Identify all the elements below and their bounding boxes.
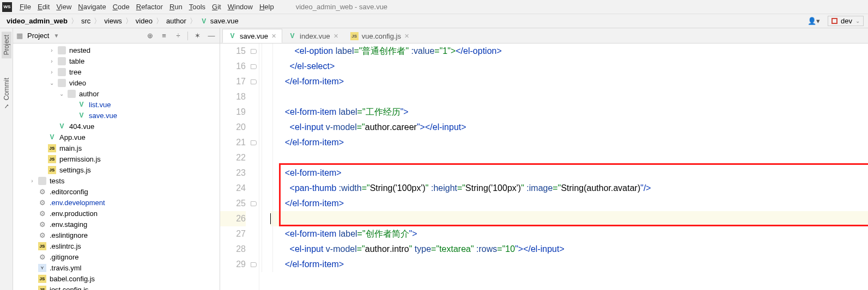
close-icon[interactable]: ✕ bbox=[271, 33, 276, 40]
js-icon: JS bbox=[48, 166, 56, 174]
line-number: 15 bbox=[220, 44, 246, 59]
js-icon: JS bbox=[38, 286, 46, 291]
tree-label: .eslintrc.js bbox=[50, 242, 81, 250]
line-number: 19 bbox=[220, 104, 246, 120]
tree-node[interactable]: ›nested bbox=[13, 45, 220, 55]
chevron-down-icon[interactable]: ▼ bbox=[53, 33, 59, 39]
tree-node[interactable]: ›tree bbox=[13, 66, 220, 77]
menu-bar: WS FileEditViewNavigateCodeRefactorRunTo… bbox=[0, 0, 868, 14]
run-config-label: dev bbox=[841, 17, 852, 25]
tree-node[interactable]: ›table bbox=[13, 55, 220, 66]
editor-tabs: Vsave.vue✕Vindex.vue✕JSvue.config.js✕ bbox=[220, 28, 868, 44]
tree-node[interactable]: JSbabel.config.js bbox=[13, 273, 220, 284]
breadcrumb-segment[interactable]: views bbox=[102, 17, 124, 25]
tree-label: babel.config.js bbox=[50, 275, 95, 283]
tree-node[interactable]: ⌄video bbox=[13, 77, 220, 88]
tree-node[interactable]: ⚙.env.development bbox=[13, 197, 220, 208]
breadcrumb-segment[interactable]: author bbox=[164, 17, 189, 25]
tree-label: author bbox=[79, 90, 99, 98]
line-number: 25 bbox=[220, 196, 246, 211]
js-icon: JS bbox=[350, 32, 359, 40]
tree-node[interactable]: ⚙.eslintignore bbox=[13, 230, 220, 240]
gear-icon: ⚙ bbox=[38, 231, 46, 239]
tree-label: tests bbox=[50, 177, 64, 185]
tree-node[interactable]: ⌄author bbox=[13, 88, 220, 99]
tree-node[interactable]: ›tests bbox=[13, 175, 220, 186]
menu-help[interactable]: Help bbox=[256, 2, 277, 12]
line-number: 17 bbox=[220, 74, 246, 89]
editor-tab[interactable]: Vsave.vue✕ bbox=[222, 29, 282, 43]
tree-node[interactable]: Vsave.vue bbox=[13, 110, 220, 121]
tree-node[interactable]: Y.travis.yml bbox=[13, 262, 220, 273]
gear-icon: ⚙ bbox=[38, 199, 46, 207]
tree-node[interactable]: JSmain.js bbox=[13, 143, 220, 153]
tree-node[interactable]: ⚙.editorconfig bbox=[13, 186, 220, 197]
folder-icon bbox=[58, 79, 66, 87]
text-caret bbox=[270, 213, 271, 224]
menu-navigate[interactable]: Navigate bbox=[75, 2, 109, 12]
project-panel-title[interactable]: Project bbox=[27, 32, 49, 40]
tab-label: index.vue bbox=[300, 32, 330, 40]
breadcrumb-segment[interactable]: Vsave.vue bbox=[198, 17, 241, 25]
tree-node[interactable]: ⚙.env.production bbox=[13, 208, 220, 219]
gear-icon: ⚙ bbox=[38, 220, 46, 229]
code-editor[interactable]: 151617181920212223242526272829 <el-optio… bbox=[220, 44, 868, 290]
stop-icon bbox=[831, 18, 837, 24]
side-tab-commit[interactable]: ✓ Commit bbox=[2, 75, 11, 113]
gear-icon: ⚙ bbox=[38, 188, 46, 196]
window-title: video_admin_web - save.vue bbox=[296, 3, 387, 11]
tree-node[interactable]: JSjest.config.js bbox=[13, 284, 220, 290]
tree-label: App.vue bbox=[59, 133, 86, 141]
folder-icon bbox=[58, 57, 66, 65]
menu-edit[interactable]: Edit bbox=[34, 2, 53, 12]
run-config-selector[interactable]: dev ⌄ bbox=[828, 16, 864, 26]
breadcrumb-segment[interactable]: src bbox=[79, 17, 93, 25]
menu-tools[interactable]: Tools bbox=[186, 2, 209, 12]
folder-icon bbox=[58, 68, 66, 76]
menu-file[interactable]: File bbox=[16, 2, 34, 12]
tree-node[interactable]: ⚙.env.staging bbox=[13, 219, 220, 230]
tree-label: list.vue bbox=[89, 101, 111, 109]
menu-code[interactable]: Code bbox=[110, 2, 133, 12]
tree-label: .travis.yml bbox=[50, 264, 82, 272]
tree-node[interactable]: JS.eslintrc.js bbox=[13, 240, 220, 251]
tree-node[interactable]: ⚙.gitignore bbox=[13, 251, 220, 262]
vue-icon: V bbox=[77, 101, 86, 109]
tree-node[interactable]: VApp.vue bbox=[13, 132, 220, 143]
tree-label: nested bbox=[69, 46, 90, 54]
project-tree[interactable]: ›nested›table›tree⌄video⌄authorVlist.vue… bbox=[13, 44, 220, 290]
locate-button[interactable]: ⊕ bbox=[145, 31, 155, 41]
tree-node[interactable]: V404.vue bbox=[13, 121, 220, 132]
breadcrumb-segment[interactable]: video bbox=[133, 17, 155, 25]
editor-tab[interactable]: Vindex.vue✕ bbox=[282, 29, 344, 43]
editor-tab[interactable]: JSvue.config.js✕ bbox=[344, 29, 415, 43]
breadcrumb-segment[interactable]: video_admin_web bbox=[4, 17, 70, 25]
menu-run[interactable]: Run bbox=[166, 2, 186, 12]
tree-label: .env.development bbox=[50, 199, 105, 207]
hide-button[interactable]: — bbox=[207, 31, 216, 41]
line-number: 18 bbox=[220, 89, 246, 104]
menu-window[interactable]: Window bbox=[224, 2, 256, 12]
tree-node[interactable]: JSpermission.js bbox=[13, 153, 220, 164]
project-view-icon: ▦ bbox=[16, 32, 23, 40]
tree-label: permission.js bbox=[59, 155, 101, 163]
vue-icon: V bbox=[77, 112, 86, 120]
tree-node[interactable]: JSsettings.js bbox=[13, 164, 220, 175]
menu-git[interactable]: Git bbox=[209, 2, 224, 12]
line-number: 29 bbox=[220, 257, 246, 272]
close-icon[interactable]: ✕ bbox=[404, 33, 409, 40]
tree-node[interactable]: Vlist.vue bbox=[13, 99, 220, 110]
menu-view[interactable]: View bbox=[53, 2, 75, 12]
tree-label: settings.js bbox=[59, 166, 91, 174]
side-tab-project[interactable]: Project bbox=[2, 32, 11, 58]
tree-label: save.vue bbox=[89, 112, 117, 120]
tree-label: .env.production bbox=[50, 209, 98, 218]
tree-label: video bbox=[69, 79, 86, 87]
menu-refactor[interactable]: Refactor bbox=[133, 2, 166, 12]
settings-button[interactable]: ✶ bbox=[192, 31, 202, 41]
expand-all-button[interactable]: ≡ bbox=[159, 31, 169, 41]
line-number: 21 bbox=[220, 135, 246, 150]
collapse-all-button[interactable]: ÷ bbox=[173, 31, 183, 41]
user-icon[interactable]: 👤▾ bbox=[808, 17, 820, 25]
close-icon[interactable]: ✕ bbox=[333, 33, 338, 40]
